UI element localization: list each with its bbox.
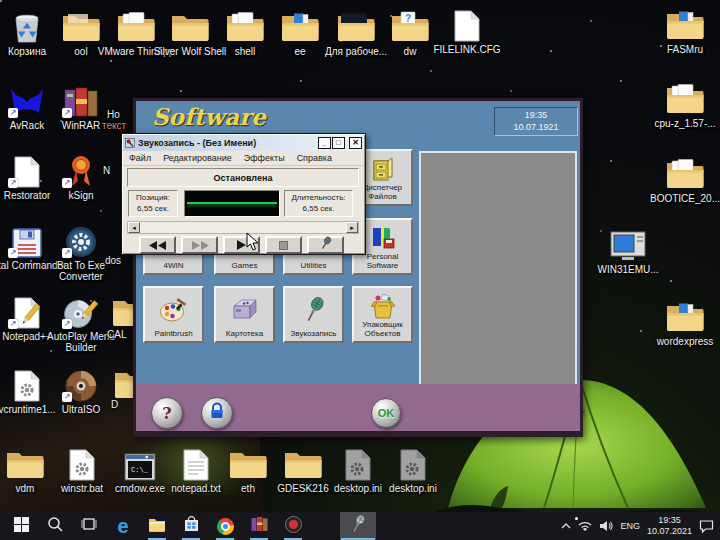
sound-recorder-window: Звукозапись - (Без Имени) _□✕ ФайлРедакт… [121, 133, 366, 255]
language-indicator[interactable]: ENG [620, 521, 640, 531]
fast-forward-button[interactable] [181, 236, 218, 254]
tray-clock[interactable]: 19:35 10.07.2021 [647, 515, 692, 537]
software-tile-картотека[interactable]: Картотека [214, 286, 275, 343]
screen-recorder-icon [285, 516, 302, 537]
software-tile-paintbrush[interactable]: Paintbrush [143, 286, 204, 343]
software-tile-упаковщик-объектов[interactable]: Упаковщик Объектов [352, 286, 413, 343]
search-icon [47, 516, 63, 536]
rewind-button[interactable] [139, 236, 176, 254]
taskbar-edge-button[interactable]: e [106, 512, 140, 540]
tile-box [369, 290, 397, 321]
action-center-icon[interactable] [699, 519, 714, 533]
maximize-button[interactable]: □ [332, 137, 345, 149]
taskbar-task-view-button[interactable] [72, 512, 106, 540]
lock-button[interactable] [201, 397, 233, 429]
record-button[interactable] [307, 236, 344, 254]
tile-label: 4WIN [164, 262, 184, 271]
recorder-app-icon [125, 134, 135, 152]
start-icon [14, 517, 29, 536]
taskbar-store-button[interactable] [174, 512, 208, 540]
position-box: Позиция: 6,55 сек. [128, 190, 178, 217]
tile-cabinet [371, 153, 395, 184]
taskbar-chrome-button[interactable] [208, 512, 242, 540]
waveform-line [187, 202, 277, 204]
play-icon [237, 236, 247, 254]
software-window-title: Software [152, 103, 266, 130]
help-button-label: ? [162, 404, 171, 423]
sound-recorder-icon [349, 514, 367, 538]
duration-box: Длительность: 6,55 сек. [284, 190, 353, 217]
help-button[interactable]: ? [151, 397, 183, 429]
icon-label-fragment: CAL [107, 329, 126, 340]
speaker-icon[interactable] [599, 520, 613, 532]
scroll-right-arrow[interactable]: ▸ [346, 222, 358, 233]
taskbar-screen-recorder-button[interactable] [276, 512, 310, 540]
tile-label: Звукозапись [291, 330, 337, 339]
record-icon [318, 236, 334, 254]
stop-button[interactable] [265, 236, 302, 254]
menu-item-справка[interactable]: Справка [291, 153, 338, 163]
recorder-menubar: ФайлРедактированиеЭффектыСправка [123, 151, 364, 166]
lock-icon [209, 402, 225, 424]
stop-icon [279, 236, 288, 254]
software-clock-date: 10.07.1921 [513, 122, 558, 133]
duration-value: 6,55 сек. [303, 204, 335, 214]
file-explorer-icon [148, 517, 166, 536]
recorder-status: Остановлена [127, 168, 359, 187]
tile-label: Paintbrush [154, 330, 192, 339]
icon-label-fragment: Но [107, 109, 120, 120]
tile-label: Упаковщик Объектов [355, 321, 410, 339]
seek-scrollbar[interactable]: ◂ ▸ [127, 221, 359, 234]
desktop: КорзинаoolVMware ThinAppSilver Wolf Shel… [0, 0, 720, 540]
menu-item-файл[interactable]: Файл [123, 153, 157, 163]
icon-label-fragment: dos [105, 255, 121, 266]
ok-button-label: OK [378, 407, 395, 419]
position-label: Позиция: [136, 193, 170, 203]
taskbar-winrar-button[interactable] [242, 512, 276, 540]
close-button[interactable]: ✕ [349, 137, 362, 149]
recorder-titlebar[interactable]: Звукозапись - (Без Имени) _□✕ [123, 135, 364, 151]
wifi-icon[interactable] [578, 520, 592, 532]
taskbar: e ENG 19:35 10.07.2021 [0, 512, 720, 540]
tile-books [370, 222, 396, 253]
tile-label: Картотека [226, 330, 263, 339]
software-clock-time: 19:35 [525, 110, 548, 121]
rewind-icon [149, 236, 167, 254]
taskbar-start-button[interactable] [4, 512, 38, 540]
mouse-cursor [246, 232, 259, 251]
tile-label: Personal Software [355, 253, 410, 271]
task-view-icon [81, 516, 97, 536]
scroll-left-arrow[interactable]: ◂ [128, 222, 140, 233]
tray-chevron-icon[interactable] [561, 523, 571, 529]
software-tile-звукозапись[interactable]: Звукозапись [283, 286, 344, 343]
menu-item-эффекты[interactable]: Эффекты [238, 153, 291, 163]
icon-label-fragment: D [111, 399, 118, 410]
tile-label: Utilities [301, 262, 327, 271]
edge-icon: e [117, 516, 128, 537]
system-tray: ENG 19:35 10.07.2021 [561, 512, 720, 540]
store-icon [184, 516, 199, 536]
tile-palette [159, 290, 189, 330]
recorder-window-title: Звукозапись - (Без Имени) [138, 138, 256, 148]
taskbar-search-button[interactable] [38, 512, 72, 540]
tile-cardfile [230, 290, 260, 330]
menu-item-редактирование[interactable]: Редактирование [157, 153, 238, 163]
icon-label-fragment: текст [102, 120, 126, 131]
icon-label-fragment: N [103, 165, 110, 176]
chrome-icon [217, 518, 234, 535]
position-value: 6,55 сек. [137, 204, 169, 214]
tile-mic [302, 290, 326, 330]
minimize-button[interactable]: _ [318, 137, 331, 149]
waveform-display [184, 190, 280, 217]
software-clock: 19:35 10.07.1921 [494, 107, 578, 136]
ok-button[interactable]: OK [371, 398, 401, 428]
taskbar-sound-recorder-button[interactable] [340, 512, 376, 540]
tray-time: 19:35 [647, 515, 692, 526]
winrar-icon [251, 516, 268, 536]
taskbar-file-explorer-button[interactable] [140, 512, 174, 540]
tile-label: Games [232, 262, 258, 271]
tray-date: 10.07.2021 [647, 526, 692, 537]
fast-forward-icon [191, 236, 209, 254]
duration-label: Длительность: [291, 193, 345, 203]
